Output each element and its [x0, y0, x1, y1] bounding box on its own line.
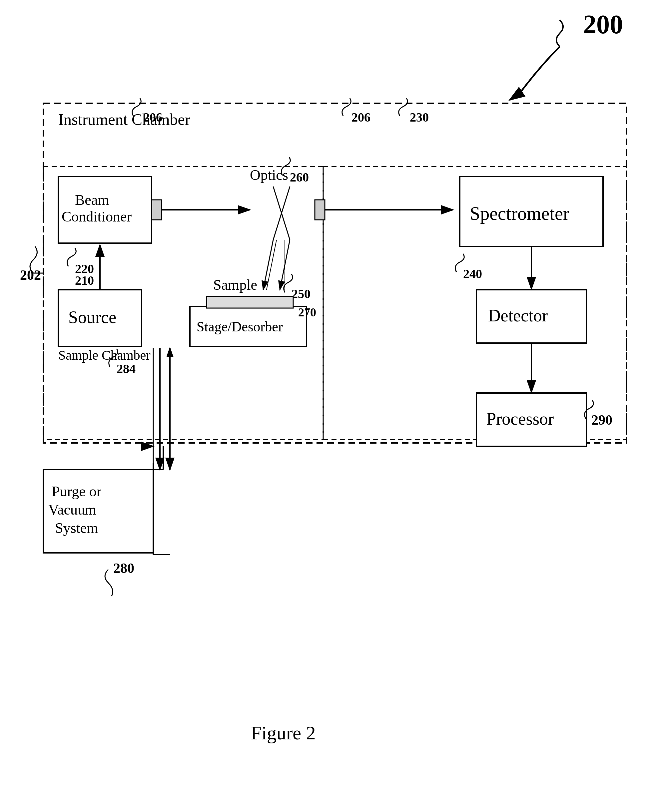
instrument-chamber-label: Instrument Chamber	[58, 111, 190, 128]
outer-instrument-chamber-border	[43, 103, 627, 443]
figure-caption: Figure 2	[251, 722, 316, 744]
ref-240: 240	[463, 267, 482, 281]
purge-line2: Vacuum	[48, 502, 96, 518]
ref-210: 210	[75, 274, 94, 288]
sample-label: Sample	[213, 277, 257, 293]
ref-290: 290	[591, 412, 612, 428]
ref-284: 284	[117, 362, 136, 376]
sample-chamber-label: Sample Chamber	[58, 348, 150, 363]
ref-206b: 206	[351, 110, 370, 124]
detector-label: Detector	[488, 306, 548, 325]
ref-280: 280	[113, 560, 134, 576]
purge-line1: Purge or	[52, 483, 102, 500]
sample-platform	[207, 296, 293, 308]
source-label: Source	[68, 308, 116, 327]
aperture-right	[315, 200, 325, 220]
ref-260: 260	[290, 170, 309, 184]
stage-desorber-label: Stage/Desorber	[197, 319, 283, 335]
beam-conditioner-line2: Conditioner	[62, 208, 132, 225]
purge-line3: System	[55, 520, 98, 536]
processor-label: Processor	[486, 409, 554, 428]
ref-230: 230	[410, 110, 429, 124]
ref-270: 270	[298, 306, 316, 319]
ref-200-label: 200	[583, 9, 623, 39]
aperture-left	[152, 200, 161, 220]
beam-conditioner-line1: Beam	[75, 192, 109, 208]
ref-206a: 206	[143, 110, 162, 124]
ref-250: 250	[291, 287, 310, 301]
diagram-container: 200 Instrument Chamber 206 206 230 Beam …	[0, 0, 672, 785]
spectrometer-label: Spectrometer	[470, 203, 569, 224]
